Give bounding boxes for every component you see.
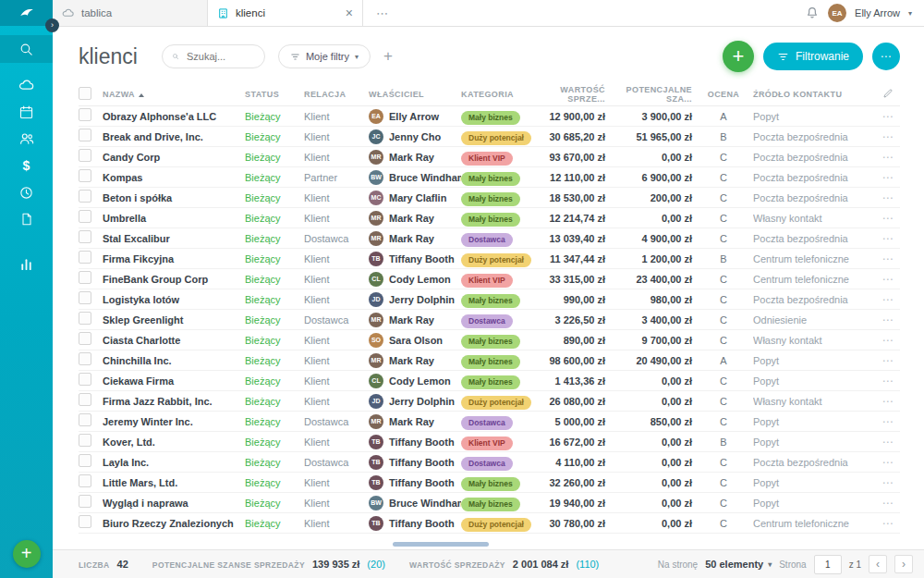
row-menu-button[interactable]: ⋯ [876,334,900,347]
sidebar-item-history[interactable] [15,184,39,201]
client-name[interactable]: FineBank Group Corp [103,274,245,285]
column-header-status[interactable]: STATUS [245,90,304,99]
client-name[interactable]: Stal Excalibur [103,233,245,244]
column-header-category[interactable]: KATEGORIA [461,90,529,99]
row-menu-button[interactable]: ⋯ [876,314,900,326]
table-row[interactable]: Stal ExcaliburBieżącyDostawcaMRMark RayD… [79,228,900,249]
next-page-button[interactable]: › [894,555,913,573]
prev-page-button[interactable]: ‹ [869,555,887,573]
row-menu-button[interactable]: ⋯ [876,191,900,204]
row-menu-button[interactable]: ⋯ [876,395,900,408]
row-menu-button[interactable]: ⋯ [876,476,900,489]
row-checkbox[interactable] [79,434,91,447]
row-menu-button[interactable]: ⋯ [876,436,900,449]
table-row[interactable]: Little Mars, Ltd.BieżącyKlientTBTiffany … [79,473,900,493]
sidebar-item-contacts[interactable] [15,130,39,147]
row-checkbox[interactable] [79,190,91,203]
horizontal-scrollbar[interactable] [393,542,489,547]
close-tab-icon[interactable]: × [346,6,353,19]
chevron-down-icon[interactable]: ▾ [908,9,912,18]
user-avatar[interactable]: EA [828,4,846,22]
column-header-potential[interactable]: POTENCJALNE SZA... [607,85,694,104]
client-name[interactable]: Ciasta Charlotte [103,335,245,346]
client-name[interactable]: Obrazy Alphonse'a LLC [103,111,245,122]
client-name[interactable]: Biuro Rzeczy Znalezionych [103,518,245,529]
table-row[interactable]: Chinchilla Inc.BieżącyKlientMRMark RayMa… [79,350,900,371]
table-row[interactable]: Beton i spółkaBieżącyKlientMCMary Clafli… [79,188,900,208]
column-header-source[interactable]: ŹRÓDŁO KONTAKTU [753,90,876,99]
row-checkbox[interactable] [79,129,91,141]
column-header-value[interactable]: WARTOŚĆ SPRZE... [529,85,607,104]
row-menu-button[interactable]: ⋯ [876,375,900,387]
client-name[interactable]: Ciekawa Firma [103,375,245,387]
table-row[interactable]: KompasBieżącyPartnerBWBruce WindhamMały … [79,167,900,188]
sidebar-item-reports[interactable] [15,255,39,272]
table-row[interactable]: Ciasta CharlotteBieżącyKlientSOSara Olso… [79,330,900,350]
table-row[interactable]: Break and Drive, Inc.BieżącyKlientJCJenn… [79,127,900,147]
row-menu-button[interactable]: ⋯ [876,456,900,469]
table-row[interactable]: Firma Jazz Rabbit, Inc.BieżącyKlientJDJe… [79,391,900,412]
row-checkbox[interactable] [79,312,91,325]
table-row[interactable]: FineBank Group CorpBieżącyKlientCLCody L… [79,269,900,289]
row-checkbox[interactable] [79,393,91,406]
sidebar-add-button[interactable]: + [13,540,41,568]
client-name[interactable]: Candy Corp [103,152,245,163]
sidebar-item-search[interactable] [0,35,53,63]
sidebar-item-documents[interactable] [15,211,39,228]
column-header-name[interactable]: NAZWA [103,90,245,99]
client-name[interactable]: Little Mars, Ltd. [103,477,245,488]
client-name[interactable]: Kover, Ltd. [103,437,245,448]
table-row[interactable]: Kover, Ltd.BieżącyKlientTBTiffany BoothK… [79,432,900,452]
table-row[interactable]: Obrazy Alphonse'a LLCBieżącyKlientEAElly… [79,106,900,127]
row-checkbox[interactable] [79,454,91,467]
add-view-button[interactable]: + [383,47,393,66]
client-name[interactable]: Kompas [103,172,245,183]
client-name[interactable]: Jeremy Winter Inc. [103,416,245,427]
client-name[interactable]: Wygląd i naprawa [103,498,245,509]
column-header-rating[interactable]: OCENA [694,90,753,99]
table-row[interactable]: Jeremy Winter Inc.BieżącyDostawcaMRMark … [79,412,900,432]
row-checkbox[interactable] [79,230,91,243]
row-checkbox[interactable] [79,271,91,284]
tab-klienci[interactable]: klienci × [208,0,363,26]
table-row[interactable]: UmbrellaBieżącyKlientMRMark RayMały bizn… [79,208,900,228]
row-checkbox[interactable] [79,495,91,508]
table-row[interactable]: Firma FikcyjnaBieżącyKlientTBTiffany Boo… [79,249,900,269]
row-menu-button[interactable]: ⋯ [876,130,900,143]
client-name[interactable]: Umbrella [103,213,245,224]
add-client-button[interactable]: + [723,41,754,72]
row-checkbox[interactable] [79,352,91,365]
row-checkbox[interactable] [79,149,91,162]
client-name[interactable]: Firma Jazz Rabbit, Inc. [103,396,245,407]
table-row[interactable]: Wygląd i naprawaBieżącyKlientBWBruce Win… [79,493,900,513]
sidebar-item-sales[interactable]: $ [15,157,39,174]
column-header-relation[interactable]: RELACJA [304,90,369,99]
row-menu-button[interactable]: ⋯ [876,354,900,367]
row-checkbox[interactable] [79,413,91,426]
table-row[interactable]: Ciekawa FirmaBieżącyKlientCLCody LemonMa… [79,371,900,391]
row-checkbox[interactable] [79,373,91,386]
page-input[interactable] [814,555,842,574]
client-name[interactable]: Sklep Greenlight [103,314,245,326]
sidebar-expand-button[interactable]: › [45,18,59,32]
row-menu-button[interactable]: ⋯ [876,232,900,245]
more-tabs-button[interactable]: ⋯ [363,0,402,26]
row-menu-button[interactable]: ⋯ [876,252,900,265]
search-box[interactable] [162,44,265,68]
row-menu-button[interactable]: ⋯ [876,415,900,428]
table-row[interactable]: Candy CorpBieżącyKlientMRMark RayKlient … [79,147,900,167]
app-logo[interactable] [0,0,53,26]
per-page-select[interactable]: 50 elementy ▾ [705,559,772,570]
row-menu-button[interactable]: ⋯ [876,517,900,530]
column-header-owner[interactable]: WŁAŚCICIEL [369,90,461,99]
sidebar-item-calendar[interactable] [15,104,39,120]
table-row[interactable]: Layla Inc.BieżącyDostawcaTBTiffany Booth… [79,452,900,473]
tab-tablica[interactable]: tablica [53,0,208,26]
client-name[interactable]: Logistyka lotów [103,294,245,305]
notifications-bell-icon[interactable] [805,6,820,20]
row-checkbox[interactable] [79,515,91,528]
user-name[interactable]: Elly Arrow [855,7,900,18]
search-input[interactable] [185,50,255,63]
row-menu-button[interactable]: ⋯ [876,110,900,123]
row-checkbox[interactable] [79,291,91,304]
